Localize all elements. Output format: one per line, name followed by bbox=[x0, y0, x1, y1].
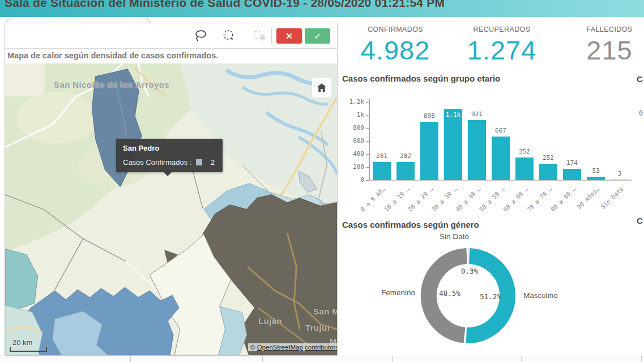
bar-value-label: 174 bbox=[555, 159, 589, 167]
home-icon bbox=[315, 82, 328, 94]
bar-value-label: 667 bbox=[484, 127, 518, 134]
tooltip-region: San Pedro bbox=[123, 144, 216, 152]
y-tick-label: 600 bbox=[337, 137, 364, 144]
age-chart-title: Casos confirmados según grupo etario bbox=[342, 74, 500, 83]
lasso-icon[interactable] bbox=[193, 28, 208, 43]
y-tick-label: 1,2k bbox=[337, 98, 364, 105]
map-tooltip: San Pedro Casos Confirmados : 2 bbox=[116, 139, 223, 172]
bar-Sin Dato[interactable] bbox=[611, 180, 629, 180]
map-scale-label: 20 km bbox=[12, 338, 32, 347]
clear-selection-icon[interactable] bbox=[253, 28, 267, 43]
openstreetmap-link[interactable]: OpenStreetMap bbox=[257, 344, 303, 351]
donut-label-sin-dato: Sin Dato bbox=[429, 232, 480, 241]
circle-select-icon[interactable] bbox=[221, 28, 236, 43]
page-title: Sala de Situación del Ministerio de Salu… bbox=[5, 0, 445, 10]
kpi-fallecidos: FALLECIDOS 215 bbox=[556, 25, 644, 66]
choropleth-map[interactable]: San Nicolás de los Arroyos Luján San Mig… bbox=[5, 63, 337, 355]
x-axis-line bbox=[370, 180, 632, 181]
y-tick-label: 200 bbox=[337, 163, 364, 171]
clipped-chart-value: 0 bbox=[639, 109, 644, 117]
bar-90 Años…[interactable] bbox=[587, 177, 605, 180]
kpi-label: FALLECIDOS bbox=[556, 25, 644, 33]
y-tick-mark bbox=[366, 154, 369, 155]
copyright-symbol: © bbox=[250, 344, 255, 351]
bar-20 a 29 …[interactable] bbox=[420, 122, 438, 180]
map-canvas[interactable] bbox=[5, 63, 337, 355]
y-tick-mark bbox=[366, 128, 369, 129]
bar-value-label: 921 bbox=[460, 110, 494, 118]
strip-tick bbox=[130, 356, 131, 362]
kpi-value: 4.982 bbox=[342, 35, 449, 66]
donut-label-femenino: Femenino bbox=[364, 288, 415, 297]
kpi-confirmados: CONFIRMADOS 4.982 bbox=[342, 25, 449, 66]
y-tick-label: 400 bbox=[337, 150, 364, 157]
app-titlebar: Sala de Situación del Ministerio de Salu… bbox=[0, 0, 644, 17]
map-scale-bar bbox=[10, 347, 47, 352]
map-widget: ✕ ✓ Mapa de calor según densidad de caso… bbox=[5, 23, 338, 356]
kpi-recuperados: RECUPERADOS 1.274 bbox=[448, 25, 556, 66]
y-tick-mark bbox=[366, 167, 369, 168]
y-tick-label: 800 bbox=[337, 124, 364, 131]
bar-30 a 39 …[interactable] bbox=[444, 109, 462, 181]
map-title: Mapa de calor según densidad de casos co… bbox=[7, 51, 218, 60]
bar-10 a 19 …[interactable] bbox=[396, 162, 415, 180]
kpi-value: 215 bbox=[556, 35, 644, 66]
strip-tick bbox=[521, 356, 522, 362]
y-tick-mark bbox=[366, 115, 369, 116]
y-tick-label: 0 bbox=[337, 176, 364, 184]
strip-tick bbox=[641, 356, 642, 362]
tooltip-metric-label: Casos Confirmados : bbox=[123, 158, 191, 167]
toolbar-divider bbox=[271, 28, 272, 44]
age-bar-plot: 2810 a 9 Añ…28210 a 19 …89820 a 29 …1,1k… bbox=[370, 102, 632, 180]
contributors-link[interactable]: contributors bbox=[305, 344, 337, 351]
clipped-chart-title-top: C bbox=[637, 74, 644, 84]
map-attribution: © OpenStreetMap contributors bbox=[248, 343, 337, 351]
bar-0 a 9 Añ…[interactable] bbox=[373, 162, 391, 180]
map-widget-header: Mapa de calor según densidad de casos co… bbox=[5, 49, 337, 63]
donut-label-masculino: Masculino bbox=[523, 291, 580, 300]
dashboard: Sala de Situación del Ministerio de Salu… bbox=[0, 0, 644, 362]
map-label-san-miguel: San Miguel bbox=[313, 306, 337, 316]
kpi-value: 1.274 bbox=[448, 35, 556, 66]
confirm-selection-button[interactable]: ✓ bbox=[305, 28, 330, 44]
y-tick-mark bbox=[366, 180, 369, 181]
selection-toolbar: ✕ ✓ bbox=[5, 23, 337, 49]
donut-pct-sin-dato: 0.3% bbox=[453, 267, 487, 275]
donut-pct-masculino: 51.2% bbox=[474, 292, 507, 301]
bar-value-label: 282 bbox=[389, 152, 423, 160]
map-label-san-nicolas: San Nicolás de los Arroyos bbox=[54, 80, 169, 90]
tooltip-color-swatch bbox=[196, 159, 202, 165]
map-label-trujui: Trujui bbox=[305, 323, 330, 333]
y-tick-label: 1k bbox=[337, 111, 364, 118]
bar-value-label: 3 bbox=[603, 170, 637, 177]
y-tick-mark bbox=[366, 141, 369, 142]
kpi-label: RECUPERADOS bbox=[448, 25, 556, 33]
map-label-lujan: Luján bbox=[258, 316, 282, 326]
clipped-chart-title-bottom: C bbox=[637, 216, 644, 225]
y-tick-mark bbox=[366, 102, 369, 103]
kpi-label: CONFIRMADOS bbox=[342, 25, 449, 33]
tooltip-value: 2 bbox=[211, 158, 216, 167]
bar-50 a 59 …[interactable] bbox=[492, 137, 510, 180]
bottom-strip bbox=[0, 356, 644, 362]
cancel-selection-button[interactable]: ✕ bbox=[276, 28, 302, 44]
map-home-button[interactable] bbox=[312, 78, 331, 97]
y-axis-line bbox=[369, 99, 370, 181]
strip-tick bbox=[392, 356, 393, 362]
donut-pct-femenino: 48.5% bbox=[433, 289, 467, 297]
strip-tick bbox=[262, 356, 263, 362]
